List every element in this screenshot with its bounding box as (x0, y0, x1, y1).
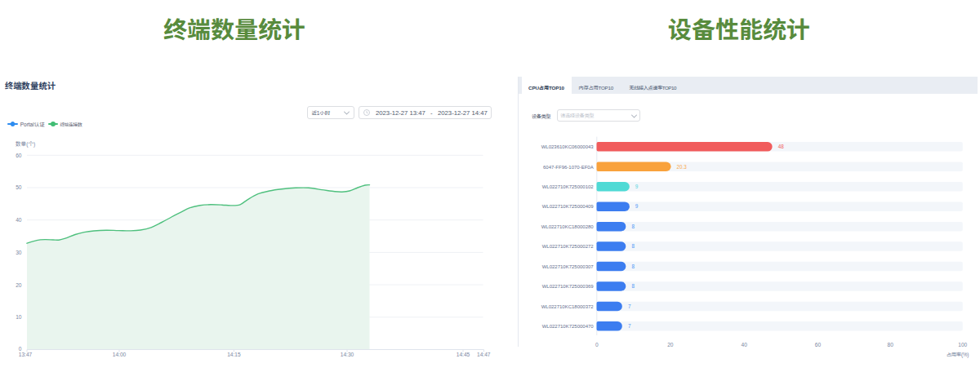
svg-text:WL022710K725000272: WL022710K725000272 (542, 244, 595, 249)
svg-text:WL022710K725000409: WL022710K725000409 (542, 204, 595, 209)
svg-text:20: 20 (16, 282, 22, 288)
svg-text:0: 0 (595, 342, 599, 348)
svg-text:80: 80 (888, 342, 894, 348)
svg-text:14:45: 14:45 (457, 352, 470, 357)
svg-text:WL022710K725000307: WL022710K725000307 (542, 264, 595, 269)
svg-text:占用率(%): 占用率(%) (947, 351, 969, 358)
svg-text:7: 7 (628, 303, 631, 309)
svg-text:7: 7 (628, 323, 631, 329)
svg-text:30: 30 (16, 250, 22, 255)
svg-text:0: 0 (19, 346, 22, 352)
svg-text:14:15: 14:15 (227, 352, 241, 357)
svg-text:60: 60 (16, 153, 22, 158)
svg-text:40: 40 (16, 217, 22, 223)
svg-text:14:00: 14:00 (113, 352, 127, 357)
svg-text:8: 8 (631, 283, 635, 289)
svg-text:6047-FF96-1070-EF0A: 6047-FF96-1070-EF0A (543, 165, 594, 170)
svg-text:WL022710K725000102: WL022710K725000102 (542, 184, 595, 189)
svg-text:8: 8 (631, 264, 635, 269)
svg-text:14:30: 14:30 (341, 352, 354, 357)
svg-text:50: 50 (16, 184, 22, 190)
svg-text:48: 48 (778, 144, 785, 149)
svg-text:60: 60 (815, 342, 822, 348)
svg-text:8: 8 (631, 243, 635, 249)
svg-text:WL022710K725000470: WL022710K725000470 (542, 324, 595, 329)
svg-text:9: 9 (635, 203, 639, 209)
svg-text:20.3: 20.3 (677, 164, 688, 170)
svg-text:WL022710K725000369: WL022710K725000369 (542, 284, 595, 289)
svg-text:40: 40 (742, 342, 748, 348)
svg-text:8: 8 (631, 224, 635, 229)
svg-text:13:47: 13:47 (19, 352, 33, 357)
svg-text:20: 20 (667, 342, 674, 348)
svg-text:WL022710KC18000280: WL022710KC18000280 (541, 224, 595, 229)
svg-text:10: 10 (16, 314, 22, 320)
svg-text:WL023610KC06000043: WL023610KC06000043 (541, 144, 595, 149)
svg-text:9: 9 (635, 184, 639, 189)
svg-text:WL022710KC18000372: WL022710KC18000372 (541, 304, 595, 309)
svg-text:100: 100 (958, 342, 967, 348)
svg-text:14:47: 14:47 (477, 352, 491, 357)
